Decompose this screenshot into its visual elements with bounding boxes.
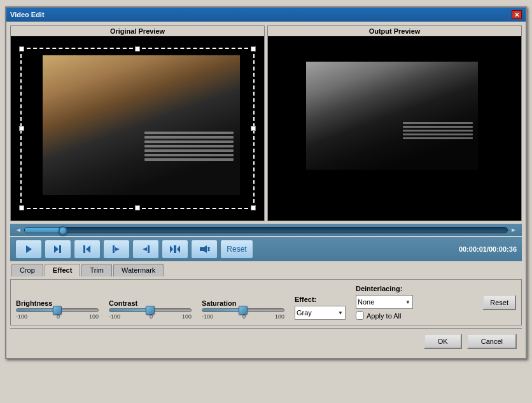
svg-marker-11 (177, 245, 180, 253)
svg-marker-1 (54, 245, 59, 253)
keyboard-visual (144, 132, 234, 182)
contrast-slider-container: -100 0 100 (109, 308, 192, 320)
window-body: Original Preview (6, 22, 526, 358)
mute-button[interactable] (191, 240, 218, 259)
crop-handle-bot-center[interactable] (135, 205, 140, 210)
effect-dropdown-group: Effect: None Gray Sepia Invert (295, 296, 346, 320)
effect-dropdown-label: Effect: (295, 296, 346, 303)
bottom-bar: OK Cancel (10, 328, 522, 354)
output-video-content (306, 62, 478, 170)
timeline-thumb[interactable] (59, 226, 67, 235)
reset-effects-button[interactable]: Reset (482, 295, 516, 310)
crop-handle-top-center[interactable] (135, 46, 140, 51)
deinterlacing-label: Deinterlacing: (356, 285, 413, 292)
contrast-track[interactable] (109, 308, 192, 312)
title-bar: Video Edit ✕ (6, 8, 526, 22)
apply-all-checkbox[interactable] (356, 311, 364, 320)
svg-marker-0 (26, 245, 32, 253)
split-icon (169, 245, 181, 254)
original-preview-panel: Original Preview (10, 25, 265, 221)
timeline-bar[interactable] (24, 227, 508, 233)
apply-all-label: Apply to All (367, 312, 401, 320)
contrast-max: 100 (182, 313, 192, 320)
svg-rect-4 (83, 245, 85, 253)
saturation-max: 100 (275, 313, 284, 320)
brightness-track[interactable] (16, 308, 99, 312)
svg-rect-2 (59, 245, 61, 253)
output-video-frame (306, 62, 478, 170)
tab-trim[interactable]: Trim (81, 264, 112, 277)
brightness-group: Brightness -100 0 100 (16, 299, 99, 320)
saturation-thumb[interactable] (239, 306, 248, 315)
effect-select[interactable]: None Gray Sepia Invert (295, 306, 346, 320)
saturation-label: Saturation (202, 299, 236, 307)
brightness-slider-container: -100 0 100 (16, 308, 99, 320)
mark-in-icon (112, 245, 121, 254)
crop-handle-mid-left[interactable] (19, 126, 24, 131)
output-preview-label: Output Preview (268, 26, 521, 36)
brightness-thumb[interactable] (53, 306, 62, 315)
prev-frame-icon (82, 245, 92, 254)
brightness-fill (17, 309, 57, 311)
svg-marker-12 (200, 245, 207, 253)
mute-icon (199, 245, 210, 254)
crop-handle-top-right[interactable] (251, 46, 256, 51)
contrast-label: Contrast (109, 299, 137, 307)
mark-out-icon (141, 245, 150, 254)
time-display: 00:00:01/00:00:36 (459, 245, 517, 253)
play-icon (24, 245, 33, 254)
crop-handle-top-left[interactable] (19, 46, 24, 51)
saturation-group: Saturation -100 0 100 (202, 299, 284, 320)
brightness-min: -100 (16, 313, 27, 320)
svg-rect-5 (113, 245, 115, 253)
saturation-slider-container: -100 0 100 (202, 308, 284, 320)
mark-in-button[interactable] (103, 240, 130, 259)
next-frame-icon (53, 245, 63, 254)
contrast-thumb[interactable] (146, 306, 155, 315)
contrast-fill (109, 309, 150, 311)
timeline-right-arrow[interactable]: ► (510, 226, 517, 233)
contrast-min: -100 (109, 313, 120, 320)
deinterlacing-select-wrapper[interactable]: None Blend Discard (356, 295, 413, 309)
crop-handle-bot-right[interactable] (251, 205, 256, 210)
output-preview-panel: Output Preview (267, 25, 522, 221)
timeline-left-arrow[interactable]: ◄ (15, 226, 22, 233)
svg-marker-6 (115, 247, 120, 251)
split-button[interactable] (162, 240, 188, 259)
svg-rect-10 (174, 245, 176, 253)
reset-video-label: Reset (227, 245, 246, 254)
svg-marker-3 (86, 245, 90, 253)
timeline-fill (25, 228, 64, 233)
deinterlacing-select[interactable]: None Blend Discard (356, 295, 413, 309)
brightness-max: 100 (89, 313, 99, 320)
tab-crop[interactable]: Crop (11, 264, 43, 277)
saturation-min: -100 (202, 313, 213, 320)
play-button[interactable] (15, 240, 42, 259)
close-button[interactable]: ✕ (512, 10, 522, 19)
saturation-track[interactable] (202, 308, 284, 312)
saturation-fill (202, 309, 243, 311)
tab-effect[interactable]: Effect (45, 264, 81, 277)
timeline-section: ◄ ► (10, 224, 522, 236)
original-preview-label: Original Preview (11, 26, 264, 36)
window-title: Video Edit (10, 11, 45, 18)
crop-handle-bot-left[interactable] (19, 205, 24, 210)
effects-panel: Brightness -100 0 100 Contrast (10, 279, 522, 325)
video-edit-window: Video Edit ✕ Original Preview (5, 6, 527, 359)
svg-rect-7 (148, 245, 150, 253)
reset-effects-container: Reset (482, 295, 516, 310)
reset-video-button[interactable]: Reset (220, 240, 253, 259)
preview-section: Original Preview (10, 25, 522, 221)
output-keyboard-visual (403, 122, 473, 160)
mark-out-button[interactable] (132, 240, 159, 259)
next-frame-button[interactable] (45, 240, 71, 259)
crop-handle-mid-right[interactable] (251, 126, 256, 131)
effect-select-wrapper[interactable]: None Gray Sepia Invert (295, 306, 346, 320)
ok-button[interactable]: OK (424, 334, 462, 349)
controls-section: Reset 00:00:01/00:00:36 (10, 237, 522, 261)
deinterlacing-group: Deinterlacing: None Blend Discard Apply … (356, 285, 413, 320)
original-preview-area (11, 36, 264, 221)
cancel-button[interactable]: Cancel (467, 334, 517, 349)
prev-frame-button[interactable] (74, 240, 101, 259)
tab-watermark[interactable]: Watermark (113, 264, 164, 277)
